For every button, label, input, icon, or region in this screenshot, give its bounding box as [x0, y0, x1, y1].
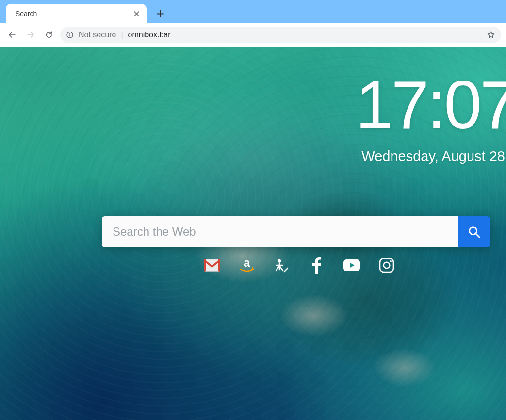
date-display: Wednesday, August 28, — [361, 148, 506, 164]
info-icon — [66, 31, 74, 39]
search-container — [102, 216, 490, 247]
svg-text:a: a — [244, 257, 250, 269]
quicklink-facebook[interactable] — [309, 257, 325, 274]
svg-point-1 — [69, 33, 70, 34]
bookmark-button[interactable] — [487, 31, 495, 39]
search-input[interactable] — [102, 216, 458, 247]
svg-point-12 — [384, 262, 390, 269]
quicklink-aol[interactable] — [274, 257, 290, 274]
security-status: Not secure — [79, 31, 116, 39]
arrow-right-icon — [26, 31, 35, 39]
reload-icon — [45, 31, 53, 39]
close-icon — [134, 11, 139, 16]
svg-point-9 — [278, 259, 281, 262]
separator: | — [121, 31, 123, 39]
svg-point-13 — [390, 260, 392, 262]
browser-tab[interactable]: Search — [6, 4, 147, 23]
quicklink-instagram[interactable] — [378, 257, 395, 274]
search-icon — [467, 225, 481, 239]
tab-strip: Search — [0, 0, 506, 23]
page-content: 17:07 Wednesday, August 28, a — [0, 47, 506, 420]
reload-button[interactable] — [42, 28, 56, 42]
forward-button — [23, 28, 38, 42]
amazon-icon: a — [239, 257, 255, 274]
url-text: omnibox.bar — [128, 31, 482, 39]
quicklink-amazon[interactable]: a — [239, 257, 255, 274]
browser-toolbar: Not secure | omnibox.bar — [0, 23, 506, 47]
svg-rect-7 — [218, 259, 220, 272]
tab-title: Search — [16, 10, 132, 17]
svg-rect-11 — [380, 258, 393, 272]
back-button[interactable] — [5, 28, 19, 42]
youtube-icon — [343, 258, 360, 272]
aol-icon — [274, 257, 290, 274]
clock-display: 17:07 — [356, 71, 506, 139]
close-tab-button[interactable] — [132, 9, 141, 18]
quicklinks-row: a — [204, 257, 395, 274]
search-button[interactable] — [458, 216, 490, 247]
instagram-icon — [379, 258, 394, 273]
facebook-icon — [312, 257, 321, 274]
svg-line-4 — [476, 234, 480, 238]
new-tab-button[interactable] — [153, 7, 167, 20]
site-info-button[interactable] — [66, 31, 74, 39]
svg-rect-6 — [204, 259, 206, 272]
star-icon — [487, 31, 495, 39]
svg-rect-2 — [69, 34, 70, 36]
gmail-icon — [204, 258, 220, 272]
plus-icon — [157, 10, 164, 17]
arrow-left-icon — [8, 31, 16, 39]
address-bar[interactable]: Not secure | omnibox.bar — [60, 27, 501, 43]
quicklink-youtube[interactable] — [343, 257, 360, 274]
quicklink-gmail[interactable] — [204, 257, 220, 274]
